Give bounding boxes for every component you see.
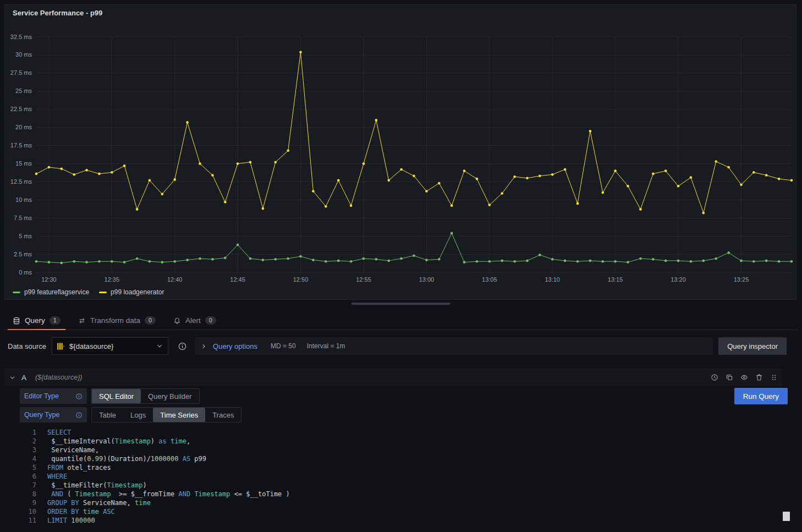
query-row-header[interactable]: A (${datasource}) bbox=[4, 369, 782, 386]
chevron-down-icon[interactable] bbox=[9, 374, 16, 381]
svg-text:12.5 ms: 12.5 ms bbox=[10, 178, 32, 185]
query-type-option-table[interactable]: Table bbox=[92, 408, 123, 422]
query-inspector-button[interactable]: Query inspector bbox=[718, 337, 787, 355]
line-number: 11 bbox=[22, 516, 36, 525]
line-number: 1 bbox=[22, 428, 36, 437]
tab-count-badge: 1 bbox=[50, 316, 61, 325]
svg-text:13:20: 13:20 bbox=[671, 276, 686, 283]
trash-icon[interactable] bbox=[755, 374, 763, 381]
code-line[interactable]: ServiceName, bbox=[47, 446, 791, 454]
legend-item[interactable]: p99 loadgenerator bbox=[99, 288, 164, 296]
tab-count-badge: 0 bbox=[205, 316, 216, 325]
tab-label: Query bbox=[25, 316, 45, 325]
line-number: 8 bbox=[22, 490, 36, 498]
panel-resize-handle[interactable] bbox=[351, 303, 451, 305]
svg-text:32.5 ms: 32.5 ms bbox=[10, 34, 32, 40]
query-row-actions bbox=[711, 374, 778, 381]
legend-swatch bbox=[13, 292, 20, 293]
sql-editor[interactable]: 1234567891011 SELECT $__timeInterval(Tim… bbox=[20, 425, 791, 528]
info-circle-icon[interactable] bbox=[75, 412, 83, 419]
query-type-option-traces[interactable]: Traces bbox=[205, 408, 241, 422]
line-number: 2 bbox=[22, 437, 36, 446]
line-number: 5 bbox=[22, 463, 36, 472]
timeseries-panel: Service Performance - p99 0 ms2.5 ms5 ms… bbox=[4, 4, 796, 300]
code-line[interactable]: FROM otel_traces bbox=[47, 463, 791, 472]
run-query-button[interactable]: Run Query bbox=[734, 388, 788, 404]
legend-item[interactable]: p99 featureflagservice bbox=[13, 288, 89, 296]
info-circle-icon[interactable] bbox=[75, 393, 83, 400]
max-data-points-value: MD = 50 bbox=[271, 342, 296, 350]
code-line[interactable]: GROUP BY ServiceName, time bbox=[47, 498, 791, 507]
svg-text:17.5 ms: 17.5 ms bbox=[10, 142, 32, 149]
panel-title[interactable]: Service Performance - p99 bbox=[5, 5, 796, 21]
svg-text:13:15: 13:15 bbox=[608, 276, 623, 283]
drag-handle-icon[interactable] bbox=[770, 374, 778, 381]
query-type-option-logs[interactable]: Logs bbox=[123, 408, 153, 422]
query-options-label[interactable]: Query options bbox=[213, 342, 257, 350]
tab-count-badge: 0 bbox=[145, 316, 156, 325]
code-line[interactable]: WHERE bbox=[47, 472, 791, 481]
legend-label: p99 featureflagservice bbox=[24, 288, 89, 296]
code-line[interactable]: SELECT bbox=[47, 428, 791, 437]
svg-text:27.5 ms: 27.5 ms bbox=[10, 69, 32, 76]
svg-text:25 ms: 25 ms bbox=[15, 87, 32, 94]
sql-code[interactable]: SELECT $__timeInterval(Timestamp) as tim… bbox=[36, 425, 791, 528]
line-number: 6 bbox=[22, 472, 36, 481]
svg-text:13:05: 13:05 bbox=[482, 276, 497, 283]
line-number: 9 bbox=[22, 498, 36, 507]
interval-value: Interval = 1m bbox=[307, 342, 345, 350]
code-line[interactable]: $__timeFilter(Timestamp) bbox=[47, 481, 791, 490]
legend-label: p99 loadgenerator bbox=[111, 288, 164, 296]
timeseries-chart[interactable]: 0 ms2.5 ms5 ms7.5 ms10 ms12.5 ms15 ms17.… bbox=[5, 24, 797, 284]
editor-overview-cursor bbox=[783, 512, 790, 521]
info-circle-icon[interactable] bbox=[175, 339, 189, 353]
svg-text:12:50: 12:50 bbox=[293, 276, 309, 283]
svg-text:15 ms: 15 ms bbox=[15, 160, 32, 167]
database-icon bbox=[13, 317, 20, 325]
chart-legend: p99 featureflagservicep99 loadgenerator bbox=[13, 288, 164, 296]
svg-text:0 ms: 0 ms bbox=[19, 269, 32, 276]
line-number: 10 bbox=[22, 507, 36, 516]
dashboard-page: Service Performance - p99 0 ms2.5 ms5 ms… bbox=[0, 0, 802, 532]
svg-text:13:25: 13:25 bbox=[734, 276, 749, 283]
svg-text:13:10: 13:10 bbox=[545, 276, 560, 283]
history-icon[interactable] bbox=[711, 374, 718, 381]
code-line[interactable]: AND ( Timestamp >= $__fromTime AND Times… bbox=[47, 490, 791, 498]
tab-query[interactable]: Query 1 bbox=[7, 311, 67, 330]
query-type-row: Query Type TableLogsTime SeriesTraces bbox=[20, 407, 241, 423]
query-type-label-chip: Query Type bbox=[20, 407, 87, 423]
svg-text:5 ms: 5 ms bbox=[19, 233, 32, 239]
legend-swatch bbox=[99, 292, 107, 293]
code-line[interactable]: $__timeInterval(Timestamp) as time, bbox=[47, 437, 791, 446]
datasource-select[interactable]: ${datasource} bbox=[52, 337, 168, 355]
svg-text:12:30: 12:30 bbox=[41, 276, 57, 283]
line-number: 3 bbox=[22, 446, 36, 454]
tab-alert[interactable]: Alert 0 bbox=[167, 311, 222, 330]
query-type-option-time-series[interactable]: Time Series bbox=[153, 408, 205, 422]
svg-text:12:35: 12:35 bbox=[105, 276, 120, 283]
query-options-bar[interactable]: Query options MD = 50 Interval = 1m bbox=[195, 337, 713, 355]
code-line[interactable]: ORDER BY time ASC bbox=[47, 507, 791, 516]
tab-label: Alert bbox=[185, 316, 201, 325]
query-ref-id: A bbox=[21, 374, 26, 382]
copy-icon[interactable] bbox=[726, 374, 733, 381]
datasource-logo-icon bbox=[57, 342, 65, 350]
svg-text:12:55: 12:55 bbox=[356, 276, 371, 283]
tab-transform-data[interactable]: Transform data 0 bbox=[72, 311, 162, 330]
code-line[interactable]: LIMIT 100000 bbox=[47, 516, 791, 525]
query-datasource-hint: (${datasource}) bbox=[35, 374, 82, 381]
svg-text:20 ms: 20 ms bbox=[15, 124, 32, 130]
datasource-label: Data source bbox=[4, 342, 52, 350]
sql-gutter: 1234567891011 bbox=[20, 425, 36, 528]
query-type-group: TableLogsTime SeriesTraces bbox=[91, 407, 241, 423]
code-line[interactable]: quantile(0.99)(Duration)/1000000 AS p99 bbox=[47, 454, 791, 463]
svg-text:13:00: 13:00 bbox=[419, 276, 435, 283]
editor-type-label: Editor Type bbox=[24, 392, 59, 400]
chevron-down-icon bbox=[156, 342, 163, 350]
editor-type-option-sql-editor[interactable]: SQL Editor bbox=[92, 389, 141, 403]
eye-icon[interactable] bbox=[740, 374, 748, 381]
editor-type-option-query-builder[interactable]: Query Builder bbox=[141, 389, 199, 403]
svg-text:10 ms: 10 ms bbox=[15, 196, 32, 203]
svg-text:30 ms: 30 ms bbox=[15, 51, 32, 58]
line-number: 4 bbox=[22, 454, 36, 463]
